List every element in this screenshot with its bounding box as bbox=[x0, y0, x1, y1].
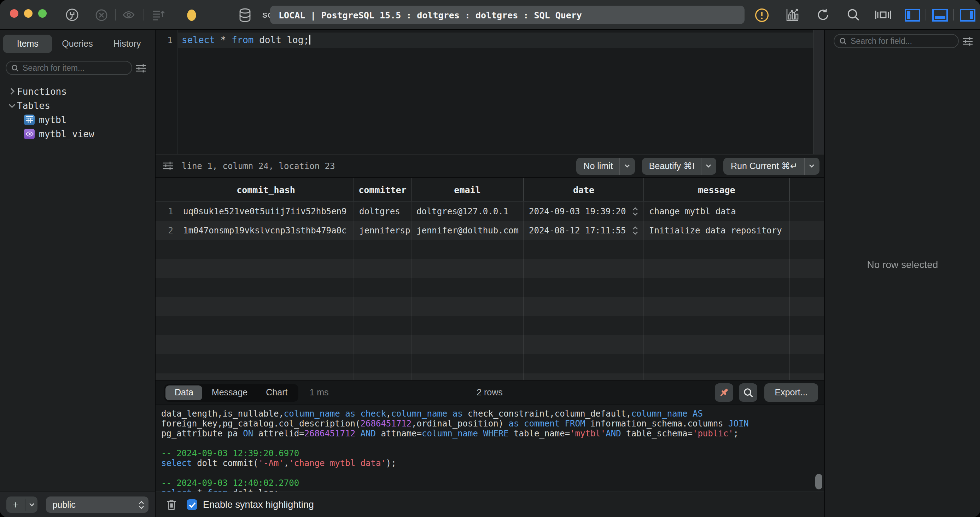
search-results-button[interactable] bbox=[739, 383, 757, 402]
window-title-pill[interactable]: LOCAL | PostgreSQL 15.5 : doltgres : dol… bbox=[270, 6, 745, 24]
cell-commit-hash[interactable]: uq0suk1e521ve0t5uiij7iiv52hb5en9 bbox=[178, 202, 354, 221]
cell-date[interactable]: 2024-08-12 17:11:55 bbox=[524, 221, 644, 240]
table-row[interactable]: 1 uq0suk1e521ve0t5uiij7iiv52hb5en9 doltg… bbox=[156, 202, 824, 221]
cell-committer[interactable]: jennifersp bbox=[354, 221, 412, 240]
log-line bbox=[161, 439, 818, 449]
tab-queries[interactable]: Queries bbox=[52, 35, 102, 53]
log-line: foreign_key,pg_catalog.col_description(2… bbox=[161, 419, 818, 429]
empty-row bbox=[156, 240, 824, 259]
tab-history[interactable]: History bbox=[102, 35, 152, 53]
fit-columns-icon[interactable] bbox=[874, 0, 892, 30]
preview-eye-icon[interactable] bbox=[121, 0, 137, 30]
toggle-right-panel-icon[interactable] bbox=[959, 0, 977, 30]
item-search-input[interactable]: Search for item... bbox=[6, 61, 132, 75]
chevron-right-icon bbox=[7, 88, 17, 95]
select-stepper-icon bbox=[138, 500, 144, 509]
window-title: LOCAL | PostgreSQL 15.5 : doltgres : dol… bbox=[278, 10, 582, 20]
empty-row bbox=[156, 297, 824, 316]
toggle-bottom-panel-icon[interactable] bbox=[931, 0, 949, 30]
pin-result-button[interactable] bbox=[715, 383, 733, 402]
pin-icon bbox=[718, 387, 730, 398]
query-log-icon[interactable] bbox=[150, 0, 167, 30]
datetime-stepper-icon bbox=[632, 225, 638, 235]
log-line: select dolt_commit('-Am','change mytbl d… bbox=[161, 458, 818, 468]
sql-editor[interactable]: 1 select * from dolt_log; bbox=[156, 30, 824, 154]
table-icon bbox=[24, 114, 35, 125]
chart-icon[interactable] bbox=[783, 0, 800, 30]
column-header-committer[interactable]: committer bbox=[354, 178, 412, 201]
tree-node-mytbl-view[interactable]: mytbl_view bbox=[0, 127, 155, 141]
tab-chart[interactable]: Chart bbox=[257, 385, 297, 400]
add-item-split-button: + bbox=[6, 496, 38, 513]
tree-label: mytbl_view bbox=[39, 128, 94, 139]
tree-label: Functions bbox=[17, 86, 67, 97]
empty-row bbox=[156, 259, 824, 278]
sidebar-search-row: Search for item... bbox=[0, 61, 155, 75]
tree-label: mytbl bbox=[39, 114, 67, 125]
column-header-email[interactable]: email bbox=[412, 178, 524, 201]
editor-code[interactable]: select * from dolt_log; bbox=[178, 30, 824, 154]
toggle-left-panel-icon[interactable] bbox=[904, 0, 921, 30]
cell-filler bbox=[790, 202, 824, 221]
status-indicator-icon bbox=[185, 0, 198, 30]
cell-email[interactable]: jennifer@dolthub.com bbox=[412, 221, 524, 240]
editor-scrollbar[interactable] bbox=[813, 30, 824, 154]
cell-message[interactable]: change mytbl data bbox=[644, 202, 790, 221]
column-header-commit-hash[interactable]: commit_hash bbox=[178, 178, 354, 201]
refresh-icon[interactable] bbox=[815, 0, 831, 30]
tree-node-tables[interactable]: Tables bbox=[0, 98, 155, 113]
syntax-highlighting-label: Enable syntax highlighting bbox=[203, 500, 314, 510]
cell-message[interactable]: Initialize data repository bbox=[644, 221, 790, 240]
close-window-button[interactable] bbox=[10, 9, 18, 17]
editor-settings-icon[interactable] bbox=[162, 161, 173, 170]
cursor-position-status: line 1, column 24, location 23 bbox=[182, 161, 335, 171]
empty-row bbox=[156, 278, 824, 297]
field-filter-icon[interactable] bbox=[959, 34, 976, 48]
cell-commit-hash[interactable]: 1m047onsmp19vkslvcnp31sthb479a0c bbox=[178, 221, 354, 240]
editor-line-1[interactable]: select * from dolt_log; bbox=[178, 33, 824, 48]
disconnect-icon[interactable] bbox=[93, 0, 109, 30]
field-search-input[interactable]: Search for field... bbox=[834, 34, 959, 48]
database-icon[interactable] bbox=[236, 0, 253, 30]
beautify-dropdown-button[interactable]: Beautify ⌘I bbox=[642, 157, 717, 174]
add-item-menu-button[interactable] bbox=[25, 496, 38, 513]
column-header-date[interactable]: date bbox=[524, 178, 644, 201]
result-toolbar: 2 rows Data Message Chart 1 ms bbox=[156, 380, 824, 404]
connection-plug-icon[interactable] bbox=[64, 0, 81, 30]
search-icon[interactable] bbox=[845, 0, 861, 30]
schema-select[interactable]: public bbox=[46, 496, 148, 513]
tab-message[interactable]: Message bbox=[202, 385, 257, 400]
warning-icon[interactable] bbox=[754, 0, 770, 30]
cell-email[interactable]: doltgres@127.0.0.1 bbox=[412, 202, 524, 221]
cell-committer[interactable]: doltgres bbox=[354, 202, 412, 221]
trash-icon[interactable] bbox=[166, 499, 177, 511]
tab-data[interactable]: Data bbox=[165, 385, 202, 400]
column-header-message[interactable]: message bbox=[644, 178, 790, 201]
tree-node-mytbl[interactable]: mytbl bbox=[0, 113, 155, 127]
cell-date[interactable]: 2024-09-03 19:39:20 bbox=[524, 202, 644, 221]
export-button[interactable]: Export... bbox=[764, 383, 818, 402]
tab-items[interactable]: Items bbox=[3, 35, 52, 53]
sidebar-footer: + public bbox=[0, 492, 155, 517]
header-gutter bbox=[156, 178, 178, 201]
item-search-placeholder: Search for item... bbox=[22, 64, 84, 72]
editor-gutter: 1 bbox=[156, 30, 178, 154]
item-filter-icon[interactable] bbox=[132, 61, 149, 75]
header-filler bbox=[790, 178, 824, 201]
table-row[interactable]: 2 1m047onsmp19vkslvcnp31sthb479a0c jenni… bbox=[156, 221, 824, 240]
minimize-window-button[interactable] bbox=[24, 9, 32, 17]
zoom-window-button[interactable] bbox=[38, 9, 47, 17]
add-item-button[interactable]: + bbox=[6, 496, 25, 513]
datetime-stepper-icon bbox=[632, 206, 638, 216]
tree-node-functions[interactable]: Functions bbox=[0, 84, 155, 98]
run-current-label: Run Current ⌘↵ bbox=[731, 161, 797, 171]
field-search-placeholder: Search for field... bbox=[851, 37, 912, 45]
query-log[interactable]: data_length,is_nullable,column_name as c… bbox=[156, 404, 824, 492]
empty-row bbox=[156, 335, 824, 354]
limit-dropdown-button[interactable]: No limit bbox=[576, 157, 635, 174]
run-current-dropdown-button[interactable]: Run Current ⌘↵ bbox=[724, 157, 819, 174]
log-scrollbar-thumb[interactable] bbox=[815, 474, 822, 489]
limit-label: No limit bbox=[583, 161, 612, 171]
syntax-highlighting-checkbox[interactable] bbox=[187, 500, 197, 510]
field-search-row: Search for field... bbox=[825, 34, 980, 48]
